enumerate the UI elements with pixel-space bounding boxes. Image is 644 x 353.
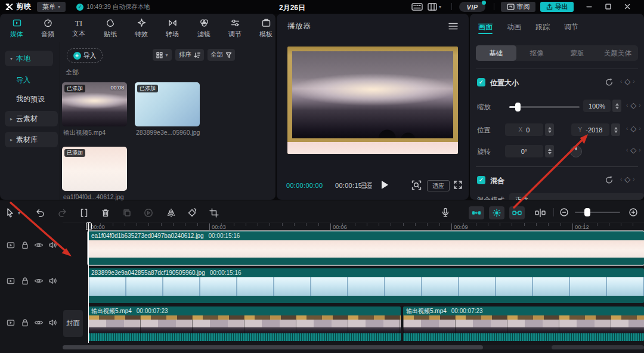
lock-icon[interactable]: [20, 276, 30, 286]
keyframe-control[interactable]: ‹ ◇ ›: [620, 175, 635, 183]
review-button[interactable]: 审阅: [501, 2, 535, 12]
keyframe-control[interactable]: ‹ ◇ ›: [620, 78, 635, 85]
snap-to-start-toggle[interactable]: [469, 206, 484, 219]
timeline-zoom-slider-handle[interactable]: [584, 208, 590, 216]
tab-canvas[interactable]: 画面: [478, 22, 493, 32]
playback-circle-icon[interactable]: [143, 208, 154, 218]
mute-speaker-icon[interactable]: [48, 318, 57, 327]
ribbon-tab-transition[interactable]: 转场: [157, 16, 187, 40]
sidebar-item-import[interactable]: 导入: [16, 75, 30, 85]
tab-tracking[interactable]: 跟踪: [535, 22, 550, 32]
timeline-ruler[interactable]: 00:00 00:03 00:06 00:09 00:12: [63, 222, 644, 232]
lock-icon[interactable]: [20, 240, 30, 250]
scale-slider-handle[interactable]: [515, 103, 521, 112]
shortcut-keyboard-icon[interactable]: [411, 3, 423, 11]
record-voiceover-icon[interactable]: [440, 207, 451, 218]
blend-mode-dropdown[interactable]: 正常: [509, 193, 644, 200]
view-mode-button[interactable]: ▾: [153, 49, 172, 61]
keyframe-control[interactable]: ‹ ◇ ›: [626, 101, 641, 109]
window-minimize-button[interactable]: [586, 3, 593, 10]
undo-icon[interactable]: [35, 208, 45, 218]
sidebar-item-local[interactable]: ▾ 本地: [5, 51, 53, 66]
zoom-in-icon[interactable]: [628, 208, 638, 217]
scale-value-field[interactable]: 100%: [583, 100, 611, 112]
reset-icon[interactable]: [605, 78, 614, 86]
fullscreen-icon[interactable]: [453, 180, 463, 190]
media-item-image[interactable]: 已添加: [135, 82, 200, 126]
subtab-mask[interactable]: 蒙版: [557, 45, 597, 61]
timeline-clip-video-2[interactable]: 输出视频5.mp4 00:00:07:23: [403, 306, 644, 341]
position-size-checkbox[interactable]: ✓: [477, 78, 485, 86]
rotate-icon[interactable]: [187, 208, 197, 218]
keyframe-prev-icon[interactable]: ‹: [620, 176, 622, 182]
ribbon-tab-media[interactable]: 媒体: [2, 16, 32, 40]
filter-button[interactable]: 全部: [208, 49, 235, 61]
keyframe-control[interactable]: ‹ ◇ ›: [626, 146, 641, 154]
timeline-clip-image-1[interactable]: ea1f04f0d1b635273ed0497ba0240612.jpg 00:…: [88, 231, 644, 265]
keyframe-prev-icon[interactable]: ‹: [626, 125, 628, 132]
keyframe-prev-icon[interactable]: ‹: [626, 147, 628, 153]
visibility-eye-icon[interactable]: [34, 240, 44, 250]
play-button[interactable]: [380, 180, 389, 190]
timeline-scrollbar-thumb[interactable]: [63, 345, 483, 349]
keyframe-diamond-icon[interactable]: ◇: [630, 101, 636, 109]
keyframe-next-icon[interactable]: ›: [633, 176, 634, 182]
select-tool-button[interactable]: ▾: [5, 208, 20, 218]
timeline-clip-video-1[interactable]: 输出视频5.mp4 00:00:07:23: [88, 306, 401, 341]
blend-checkbox[interactable]: ✓: [477, 176, 485, 184]
position-y-stepper[interactable]: [611, 123, 620, 136]
copy-icon[interactable]: [122, 208, 132, 218]
sidebar-item-cloud[interactable]: ▸ 云素材: [5, 111, 58, 126]
position-y-field[interactable]: Y -2018: [571, 123, 609, 136]
timeline-clip-image-2[interactable]: 283899e3e9a042855a87dcf190505960.jpg 00:…: [88, 268, 644, 303]
keyframe-diamond-icon[interactable]: ◇: [630, 146, 636, 154]
media-item-video[interactable]: 已添加 00:08: [62, 82, 127, 126]
auto-snap-toggle[interactable]: [489, 206, 504, 219]
keyframe-control[interactable]: ‹ ◇ ›: [626, 125, 641, 132]
ribbon-tab-adjust[interactable]: 调节: [220, 16, 250, 40]
ribbon-tab-filter[interactable]: 滤镜: [189, 16, 219, 40]
rotate-stepper[interactable]: [545, 145, 554, 157]
visibility-eye-icon[interactable]: [34, 276, 44, 286]
keyframe-next-icon[interactable]: ›: [633, 78, 634, 85]
delete-icon[interactable]: [100, 208, 111, 218]
preview-canvas[interactable]: [287, 47, 458, 154]
keyframe-diamond-icon[interactable]: ◇: [624, 175, 630, 183]
tab-adjust[interactable]: 调节: [564, 22, 578, 32]
visibility-eye-icon[interactable]: [34, 318, 44, 327]
rotate-dial[interactable]: [570, 145, 582, 157]
keyframe-next-icon[interactable]: ›: [639, 125, 640, 132]
timeline-zoom-slider-track[interactable]: [575, 212, 620, 213]
reset-icon[interactable]: [605, 175, 614, 184]
position-x-field[interactable]: X 0: [505, 123, 543, 136]
window-close-button[interactable]: [624, 3, 631, 10]
sidebar-item-assets[interactable]: ▸ 素材库: [5, 132, 58, 147]
mute-speaker-icon[interactable]: [48, 240, 57, 250]
preview-axis-icon[interactable]: [534, 208, 546, 218]
ribbon-tab-sticker[interactable]: 贴纸: [95, 16, 125, 40]
zoom-out-icon[interactable]: [559, 208, 569, 217]
position-x-stepper[interactable]: [545, 123, 554, 136]
cover-button[interactable]: 封面: [63, 310, 83, 337]
window-maximize-button[interactable]: [605, 3, 612, 10]
focus-zoom-icon[interactable]: [411, 180, 422, 190]
frame-grid-icon[interactable]: [360, 181, 373, 190]
ribbon-tab-audio[interactable]: 音频: [33, 16, 63, 40]
ribbon-tab-text[interactable]: TI 文本: [64, 16, 94, 40]
playhead-line[interactable]: [88, 222, 89, 343]
rotate-value-field[interactable]: 0°: [505, 145, 543, 157]
menu-button[interactable]: 菜单 ▾: [37, 2, 66, 12]
linkage-toggle[interactable]: [509, 206, 525, 219]
sort-button[interactable]: 排序: [175, 49, 204, 61]
ribbon-tab-effects[interactable]: 特效: [126, 16, 156, 40]
keyframe-diamond-icon[interactable]: ◇: [624, 78, 630, 85]
subtab-beauty[interactable]: 美颜美体: [597, 45, 638, 61]
keyframe-next-icon[interactable]: ›: [639, 147, 640, 153]
import-media-button[interactable]: + 导入: [67, 48, 103, 63]
player-menu-icon[interactable]: [448, 23, 458, 30]
tab-animation[interactable]: 动画: [507, 22, 521, 32]
layout-switch-button[interactable]: ▾: [428, 3, 441, 11]
keyframe-prev-icon[interactable]: ‹: [626, 102, 628, 109]
mute-speaker-icon[interactable]: [48, 276, 57, 286]
sidebar-item-presets[interactable]: 我的预设: [16, 94, 45, 104]
